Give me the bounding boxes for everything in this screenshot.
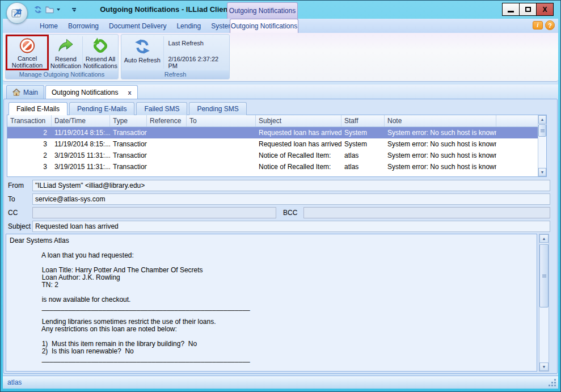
cc-label: CC xyxy=(6,209,32,217)
scroll-up-icon[interactable]: ▲ xyxy=(539,234,549,243)
group-caption: Refresh xyxy=(121,70,229,79)
table-scrollbar[interactable]: ▲ ▼ xyxy=(538,115,546,176)
last-refresh-info: Last Refresh 2/16/2016 2:37:22 PM xyxy=(164,35,230,70)
bcc-field[interactable] xyxy=(303,207,550,218)
info-icon[interactable]: i xyxy=(533,21,543,29)
home-icon xyxy=(12,88,20,96)
column-header-type[interactable]: Type xyxy=(110,115,147,127)
scroll-up-icon[interactable]: ▲ xyxy=(538,115,546,124)
group-manage-outgoing-notifications: Cancel Notification Resend Notification xyxy=(5,34,119,79)
status-username: atlas xyxy=(7,378,22,386)
column-header-datetime[interactable]: Date/Time xyxy=(52,115,110,127)
window-title: Outgoing Notifications - ILLiad Client xyxy=(86,5,244,14)
body-scrollbar[interactable]: ▲ ▼ xyxy=(539,234,549,372)
auto-refresh-button[interactable]: Auto Refresh xyxy=(121,35,163,70)
cc-field[interactable] xyxy=(32,207,276,218)
cancel-notification-button[interactable]: Cancel Notification xyxy=(6,35,49,70)
to-label: To xyxy=(6,195,32,203)
document-tab-bar: Main Outgoing Notifications x xyxy=(3,85,558,99)
resend-all-icon xyxy=(92,37,109,54)
notifications-table: Transaction Date/Time Type Reference To … xyxy=(7,115,547,177)
resend-notification-button[interactable]: Resend Notification xyxy=(49,35,82,70)
titlebar: Outgoing Notifications - ILLiad Client O… xyxy=(1,1,560,19)
new-document-dropdown-icon[interactable] xyxy=(57,9,60,11)
application-icon xyxy=(11,7,23,19)
subtab-failed-sms[interactable]: Failed SMS xyxy=(136,102,187,115)
subtab-pending-sms[interactable]: Pending SMS xyxy=(189,102,246,115)
refresh-icon[interactable] xyxy=(33,5,43,14)
tab-borrowing[interactable]: Borrowing xyxy=(63,20,104,32)
ribbon: Cancel Notification Resend Notification xyxy=(3,33,558,82)
auto-refresh-icon xyxy=(133,37,151,56)
ribbon-tab-bar: Home Borrowing Document Delivery Lending… xyxy=(3,19,558,33)
close-button[interactable]: X xyxy=(536,3,554,16)
quick-access-toolbar xyxy=(33,4,76,15)
last-refresh-value: 2/16/2016 2:37:22 PM xyxy=(168,56,230,69)
minimize-icon xyxy=(508,11,514,12)
client-area: Home Borrowing Document Delivery Lending… xyxy=(3,19,558,389)
application-button[interactable] xyxy=(6,2,28,24)
group-refresh: Auto Refresh Last Refresh 2/16/2016 2:37… xyxy=(121,34,230,79)
from-label: From xyxy=(6,182,32,189)
tab-outgoing-notifications[interactable]: Outgoing Notifications xyxy=(230,19,298,33)
scrollbar-thumb[interactable] xyxy=(539,244,549,307)
contextual-tab-group-header: Outgoing Notifications xyxy=(227,2,298,19)
outgoing-notifications-panel: Failed E-Mails Pending E-Mails Failed SM… xyxy=(3,99,558,374)
resize-grip-icon[interactable] xyxy=(548,378,556,387)
resend-icon xyxy=(57,37,74,54)
status-bar: atlas xyxy=(3,376,558,389)
table-row[interactable]: 3 11/19/2014 8:15:... Transaction Reques… xyxy=(7,138,546,150)
tab-document-delivery[interactable]: Document Delivery xyxy=(104,20,171,32)
last-refresh-label: Last Refresh xyxy=(168,40,230,47)
column-header-transaction[interactable]: Transaction xyxy=(7,115,52,127)
subject-label: Subject xyxy=(6,222,32,230)
table-header: Transaction Date/Time Type Reference To … xyxy=(7,115,546,127)
table-row[interactable]: 2 11/19/2014 8:15:... Transaction Reques… xyxy=(7,127,538,138)
maximize-icon xyxy=(525,7,531,12)
tab-lending[interactable]: Lending xyxy=(171,20,206,32)
notification-type-tabs: Failed E-Mails Pending E-Mails Failed SM… xyxy=(9,102,247,115)
close-icon: X xyxy=(542,6,547,14)
doc-tab-main[interactable]: Main xyxy=(6,85,44,99)
subtab-failed-emails[interactable]: Failed E-Mails xyxy=(9,102,68,115)
column-header-note[interactable]: Note xyxy=(385,115,496,127)
column-header-to[interactable]: To xyxy=(187,115,256,127)
column-header-reference[interactable]: Reference xyxy=(147,115,187,127)
column-header-subject[interactable]: Subject xyxy=(256,115,341,127)
cancel-icon xyxy=(19,37,36,54)
scrollbar-thumb[interactable] xyxy=(538,124,546,137)
tab-close-icon[interactable]: x xyxy=(128,89,131,96)
minimize-button[interactable] xyxy=(502,3,520,16)
table-row[interactable]: 3 3/19/2015 11:31:... Transaction Notice… xyxy=(7,161,546,172)
table-row[interactable]: 2 3/19/2015 11:31:... Transaction Notice… xyxy=(7,150,546,161)
scroll-down-icon[interactable]: ▼ xyxy=(538,168,546,176)
tab-home[interactable]: Home xyxy=(35,20,63,32)
help-icon[interactable]: ? xyxy=(545,20,555,30)
column-header-staff[interactable]: Staff xyxy=(341,115,385,127)
new-document-icon[interactable] xyxy=(45,6,54,14)
illiad-client-window: Outgoing Notifications - ILLiad Client O… xyxy=(0,0,561,392)
maximize-button[interactable] xyxy=(519,3,537,16)
email-body[interactable]: Dear Systems Atlas A loan that you had r… xyxy=(6,234,537,372)
resend-all-notifications-button[interactable]: Resend All Notifications xyxy=(83,35,118,70)
customize-quick-access-toolbar-icon[interactable] xyxy=(72,8,76,12)
to-field[interactable]: service@atlas-sys.com xyxy=(32,193,550,205)
group-caption: Manage Outgoing Notifications xyxy=(6,70,118,79)
subtab-pending-emails[interactable]: Pending E-Mails xyxy=(69,102,134,115)
doc-tab-outgoing-notifications[interactable]: Outgoing Notifications x xyxy=(45,85,138,99)
scroll-down-icon[interactable]: ▼ xyxy=(539,363,549,371)
from-field[interactable]: "ILLiad System" <illiad@library.edu> xyxy=(32,180,550,191)
bcc-label: BCC xyxy=(276,209,303,217)
subject-field[interactable]: Requested loan has arrived xyxy=(32,221,550,232)
